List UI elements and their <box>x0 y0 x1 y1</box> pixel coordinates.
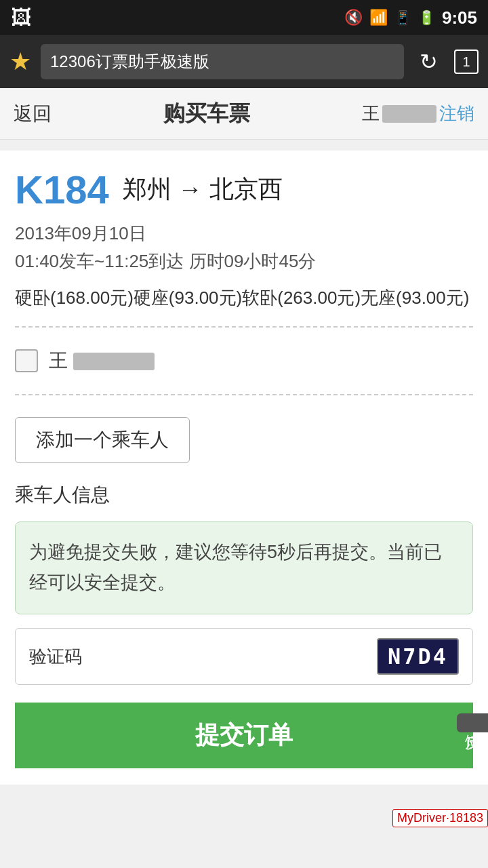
train-prices: 硬卧(168.00元)硬座(93.00元)软卧(263.00元)无座(93.00… <box>15 284 473 313</box>
bookmark-icon[interactable]: ★ <box>9 47 31 76</box>
passenger-row: 王 <box>15 341 473 380</box>
train-time: 01:40发车~11:25到达 历时09小时45分 <box>15 250 473 273</box>
train-route: 郑州 → 北京西 <box>123 173 283 206</box>
username-label: 王 <box>362 102 380 125</box>
time-tilde: ~ <box>94 251 104 271</box>
train-date: 2013年09月10日 <box>15 222 473 245</box>
browser-bar: ★ 12306订票助手极速版 ↻ 1 <box>0 35 488 88</box>
page-title: 购买车票 <box>163 99 250 129</box>
submit-button[interactable]: 提交订单 <box>15 703 473 768</box>
main-content: K184 郑州 → 北京西 2013年09月10日 01:40发车~11:25到… <box>0 151 488 785</box>
tab-count-text: 1 <box>462 54 470 70</box>
captcha-input[interactable] <box>92 640 367 673</box>
logout-button[interactable]: 注销 <box>439 102 474 125</box>
status-right: 🔇 📶 📱 🔋 9:05 <box>344 7 477 28</box>
url-text: 12306订票助手极速版 <box>50 51 209 73</box>
battery-icon: 🔋 <box>418 9 435 26</box>
notice-box: 为避免提交失败，建议您等待5秒后再提交。当前已经可以安全提交。 <box>15 521 473 615</box>
refresh-icon: ↻ <box>420 49 438 75</box>
captcha-label: 验证码 <box>29 645 82 669</box>
to-station: 北京西 <box>209 175 283 203</box>
signal-icon: 📱 <box>394 9 411 26</box>
train-header: K184 郑州 → 北京西 <box>15 167 473 212</box>
add-passenger-button[interactable]: 添加一个乘车人 <box>15 417 190 463</box>
tab-count-badge[interactable]: 1 <box>454 50 479 74</box>
status-left: 🖼 <box>11 6 31 29</box>
status-bar: 🖼 🔇 📶 📱 🔋 9:05 <box>0 0 488 35</box>
nav-right: 王 注销 <box>362 102 474 125</box>
passenger-checkbox[interactable] <box>15 349 38 372</box>
passenger-name: 王 <box>49 348 155 374</box>
train-number: K184 <box>15 167 109 212</box>
url-bar[interactable]: 12306订票助手极速版 <box>41 44 404 79</box>
depart-time: 01:40发车 <box>15 251 94 271</box>
refresh-button[interactable]: ↻ <box>413 47 443 77</box>
passenger-name-blurred <box>73 353 155 370</box>
arrive-time: 11:25到达 <box>104 251 184 271</box>
browser-actions: ↻ 1 <box>413 47 479 77</box>
watermark: MyDriver·18183 <box>392 809 488 827</box>
username-blurred <box>382 105 436 123</box>
image-icon: 🖼 <box>11 6 31 29</box>
duration: 历时09小时45分 <box>184 251 316 271</box>
divider-1 <box>15 326 473 328</box>
route-arrow: → <box>178 175 203 203</box>
captcha-image[interactable]: N7D4 <box>377 638 459 675</box>
feedback-button[interactable]: 反馈 <box>457 713 488 732</box>
nav-bar: 返回 购买车票 王 注销 <box>0 88 488 140</box>
passenger-name-char: 王 <box>49 350 68 371</box>
from-station: 郑州 <box>123 175 171 203</box>
notice-text: 为避免提交失败，建议您等待5秒后再提交。当前已经可以安全提交。 <box>29 542 442 593</box>
captcha-row: 验证码 N7D4 <box>15 628 473 685</box>
wifi-icon: 📶 <box>369 9 388 26</box>
divider-2 <box>15 394 473 395</box>
status-time: 9:05 <box>442 7 477 28</box>
mute-icon: 🔇 <box>344 9 363 26</box>
passenger-info-label: 乘车人信息 <box>15 482 473 508</box>
back-button[interactable]: 返回 <box>14 101 52 127</box>
